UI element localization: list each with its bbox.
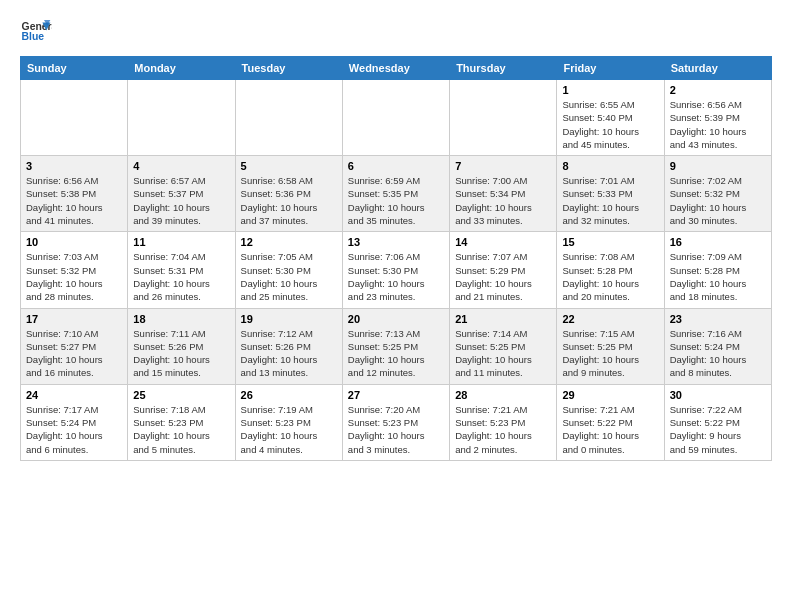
day-info: Sunrise: 7:16 AM Sunset: 5:24 PM Dayligh… [670, 327, 766, 380]
day-number: 5 [241, 160, 337, 172]
day-number: 23 [670, 313, 766, 325]
calendar-cell: 6Sunrise: 6:59 AM Sunset: 5:35 PM Daylig… [342, 156, 449, 232]
calendar-cell: 1Sunrise: 6:55 AM Sunset: 5:40 PM Daylig… [557, 80, 664, 156]
day-number: 3 [26, 160, 122, 172]
calendar-cell: 26Sunrise: 7:19 AM Sunset: 5:23 PM Dayli… [235, 384, 342, 460]
calendar-cell: 29Sunrise: 7:21 AM Sunset: 5:22 PM Dayli… [557, 384, 664, 460]
day-info: Sunrise: 7:04 AM Sunset: 5:31 PM Dayligh… [133, 250, 229, 303]
calendar-cell: 27Sunrise: 7:20 AM Sunset: 5:23 PM Dayli… [342, 384, 449, 460]
calendar-week-row: 24Sunrise: 7:17 AM Sunset: 5:24 PM Dayli… [21, 384, 772, 460]
day-number: 13 [348, 236, 444, 248]
day-number: 12 [241, 236, 337, 248]
day-info: Sunrise: 7:05 AM Sunset: 5:30 PM Dayligh… [241, 250, 337, 303]
day-info: Sunrise: 7:20 AM Sunset: 5:23 PM Dayligh… [348, 403, 444, 456]
calendar-cell: 21Sunrise: 7:14 AM Sunset: 5:25 PM Dayli… [450, 308, 557, 384]
calendar-cell [235, 80, 342, 156]
calendar-cell: 10Sunrise: 7:03 AM Sunset: 5:32 PM Dayli… [21, 232, 128, 308]
calendar-cell: 18Sunrise: 7:11 AM Sunset: 5:26 PM Dayli… [128, 308, 235, 384]
weekday-header: Tuesday [235, 57, 342, 80]
day-info: Sunrise: 6:56 AM Sunset: 5:39 PM Dayligh… [670, 98, 766, 151]
calendar-cell: 7Sunrise: 7:00 AM Sunset: 5:34 PM Daylig… [450, 156, 557, 232]
calendar-cell: 3Sunrise: 6:56 AM Sunset: 5:38 PM Daylig… [21, 156, 128, 232]
day-info: Sunrise: 7:09 AM Sunset: 5:28 PM Dayligh… [670, 250, 766, 303]
calendar-cell: 25Sunrise: 7:18 AM Sunset: 5:23 PM Dayli… [128, 384, 235, 460]
weekday-header: Friday [557, 57, 664, 80]
day-info: Sunrise: 6:59 AM Sunset: 5:35 PM Dayligh… [348, 174, 444, 227]
day-number: 25 [133, 389, 229, 401]
day-info: Sunrise: 7:02 AM Sunset: 5:32 PM Dayligh… [670, 174, 766, 227]
day-number: 19 [241, 313, 337, 325]
day-number: 21 [455, 313, 551, 325]
day-info: Sunrise: 7:11 AM Sunset: 5:26 PM Dayligh… [133, 327, 229, 380]
day-info: Sunrise: 7:00 AM Sunset: 5:34 PM Dayligh… [455, 174, 551, 227]
weekday-header: Monday [128, 57, 235, 80]
day-number: 24 [26, 389, 122, 401]
calendar-cell: 12Sunrise: 7:05 AM Sunset: 5:30 PM Dayli… [235, 232, 342, 308]
calendar-week-row: 1Sunrise: 6:55 AM Sunset: 5:40 PM Daylig… [21, 80, 772, 156]
calendar-cell: 28Sunrise: 7:21 AM Sunset: 5:23 PM Dayli… [450, 384, 557, 460]
day-number: 4 [133, 160, 229, 172]
calendar-cell: 4Sunrise: 6:57 AM Sunset: 5:37 PM Daylig… [128, 156, 235, 232]
day-number: 6 [348, 160, 444, 172]
calendar-cell [450, 80, 557, 156]
calendar-cell: 14Sunrise: 7:07 AM Sunset: 5:29 PM Dayli… [450, 232, 557, 308]
logo: General Blue [20, 16, 52, 48]
calendar-cell: 19Sunrise: 7:12 AM Sunset: 5:26 PM Dayli… [235, 308, 342, 384]
calendar-cell: 11Sunrise: 7:04 AM Sunset: 5:31 PM Dayli… [128, 232, 235, 308]
day-number: 14 [455, 236, 551, 248]
day-info: Sunrise: 7:13 AM Sunset: 5:25 PM Dayligh… [348, 327, 444, 380]
calendar-cell: 30Sunrise: 7:22 AM Sunset: 5:22 PM Dayli… [664, 384, 771, 460]
calendar-cell: 24Sunrise: 7:17 AM Sunset: 5:24 PM Dayli… [21, 384, 128, 460]
calendar-week-row: 17Sunrise: 7:10 AM Sunset: 5:27 PM Dayli… [21, 308, 772, 384]
calendar-cell [342, 80, 449, 156]
day-info: Sunrise: 7:18 AM Sunset: 5:23 PM Dayligh… [133, 403, 229, 456]
calendar-cell: 17Sunrise: 7:10 AM Sunset: 5:27 PM Dayli… [21, 308, 128, 384]
header-row: SundayMondayTuesdayWednesdayThursdayFrid… [21, 57, 772, 80]
calendar-cell: 23Sunrise: 7:16 AM Sunset: 5:24 PM Dayli… [664, 308, 771, 384]
day-number: 11 [133, 236, 229, 248]
day-number: 20 [348, 313, 444, 325]
day-number: 17 [26, 313, 122, 325]
day-number: 16 [670, 236, 766, 248]
calendar-cell: 8Sunrise: 7:01 AM Sunset: 5:33 PM Daylig… [557, 156, 664, 232]
day-number: 9 [670, 160, 766, 172]
calendar-cell [21, 80, 128, 156]
day-info: Sunrise: 7:21 AM Sunset: 5:22 PM Dayligh… [562, 403, 658, 456]
day-info: Sunrise: 7:21 AM Sunset: 5:23 PM Dayligh… [455, 403, 551, 456]
day-number: 30 [670, 389, 766, 401]
day-info: Sunrise: 7:15 AM Sunset: 5:25 PM Dayligh… [562, 327, 658, 380]
day-number: 1 [562, 84, 658, 96]
day-number: 15 [562, 236, 658, 248]
day-info: Sunrise: 7:19 AM Sunset: 5:23 PM Dayligh… [241, 403, 337, 456]
weekday-header: Sunday [21, 57, 128, 80]
calendar-cell: 20Sunrise: 7:13 AM Sunset: 5:25 PM Dayli… [342, 308, 449, 384]
weekday-header: Wednesday [342, 57, 449, 80]
calendar-cell: 2Sunrise: 6:56 AM Sunset: 5:39 PM Daylig… [664, 80, 771, 156]
day-info: Sunrise: 7:01 AM Sunset: 5:33 PM Dayligh… [562, 174, 658, 227]
calendar-cell: 13Sunrise: 7:06 AM Sunset: 5:30 PM Dayli… [342, 232, 449, 308]
svg-text:Blue: Blue [22, 31, 45, 42]
page-header: General Blue [20, 16, 772, 48]
day-info: Sunrise: 6:56 AM Sunset: 5:38 PM Dayligh… [26, 174, 122, 227]
day-info: Sunrise: 6:58 AM Sunset: 5:36 PM Dayligh… [241, 174, 337, 227]
day-number: 26 [241, 389, 337, 401]
calendar-week-row: 10Sunrise: 7:03 AM Sunset: 5:32 PM Dayli… [21, 232, 772, 308]
calendar-cell [128, 80, 235, 156]
day-number: 8 [562, 160, 658, 172]
day-info: Sunrise: 6:55 AM Sunset: 5:40 PM Dayligh… [562, 98, 658, 151]
calendar-table: SundayMondayTuesdayWednesdayThursdayFrid… [20, 56, 772, 461]
calendar-cell: 16Sunrise: 7:09 AM Sunset: 5:28 PM Dayli… [664, 232, 771, 308]
day-info: Sunrise: 7:10 AM Sunset: 5:27 PM Dayligh… [26, 327, 122, 380]
day-number: 10 [26, 236, 122, 248]
calendar-cell: 22Sunrise: 7:15 AM Sunset: 5:25 PM Dayli… [557, 308, 664, 384]
day-info: Sunrise: 7:06 AM Sunset: 5:30 PM Dayligh… [348, 250, 444, 303]
day-info: Sunrise: 7:22 AM Sunset: 5:22 PM Dayligh… [670, 403, 766, 456]
day-info: Sunrise: 7:14 AM Sunset: 5:25 PM Dayligh… [455, 327, 551, 380]
day-number: 7 [455, 160, 551, 172]
day-number: 2 [670, 84, 766, 96]
day-info: Sunrise: 7:12 AM Sunset: 5:26 PM Dayligh… [241, 327, 337, 380]
calendar-cell: 5Sunrise: 6:58 AM Sunset: 5:36 PM Daylig… [235, 156, 342, 232]
day-number: 18 [133, 313, 229, 325]
calendar-cell: 15Sunrise: 7:08 AM Sunset: 5:28 PM Dayli… [557, 232, 664, 308]
day-number: 28 [455, 389, 551, 401]
